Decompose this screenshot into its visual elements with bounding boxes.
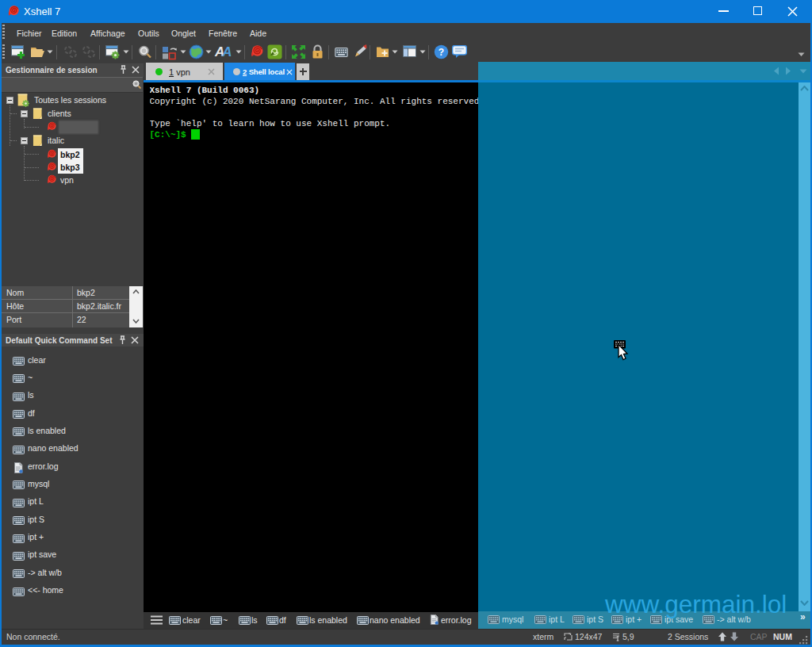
svg-text:?: ? (439, 47, 444, 58)
